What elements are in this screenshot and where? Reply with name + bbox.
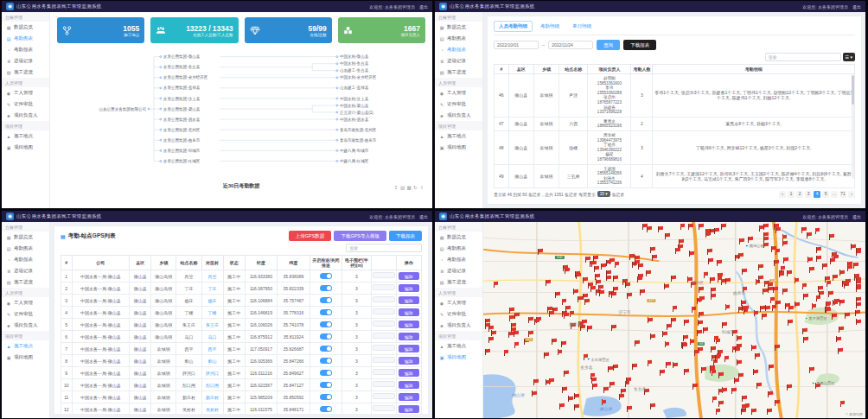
red-flag-icon[interactable]: [690, 339, 695, 345]
red-flag-icon[interactable]: [833, 300, 838, 306]
sidebar-item[interactable]: ◔考勤报表: [2, 254, 49, 265]
red-flag-icon[interactable]: [802, 283, 807, 289]
red-flag-icon[interactable]: [737, 335, 742, 341]
date-to-input[interactable]: 2022/11/24: [548, 41, 593, 49]
red-flag-icon[interactable]: [809, 367, 814, 373]
red-flag-icon[interactable]: [731, 388, 737, 394]
red-flag-icon[interactable]: [802, 328, 807, 334]
red-flag-icon[interactable]: [759, 225, 764, 232]
red-flag-icon[interactable]: [635, 340, 640, 346]
red-flag-icon[interactable]: [627, 406, 632, 412]
red-flag-icon[interactable]: [664, 283, 669, 289]
page-button[interactable]: 5: [822, 191, 829, 198]
red-flag-icon[interactable]: [795, 277, 800, 283]
fence-input[interactable]: [373, 357, 395, 363]
poi-marker[interactable]: 孟子湖景区: [804, 316, 827, 321]
red-flag-icon[interactable]: [839, 300, 845, 306]
red-flag-icon[interactable]: [847, 265, 852, 271]
red-flag-icon[interactable]: [775, 400, 780, 406]
push-toggle[interactable]: [320, 358, 332, 364]
village-link[interactable]: 新庄村: [206, 395, 219, 400]
red-flag-icon[interactable]: [509, 315, 514, 321]
project-map[interactable]: 济宁市兖州区曲阜市邹城市嘉祥县金乡县鱼台县微山湖独山湖孟子湖景区凤凰山景区太白湖…: [483, 222, 865, 418]
sidebar-item[interactable]: ▦数据总览: [2, 22, 49, 33]
red-flag-icon[interactable]: [599, 290, 604, 296]
red-flag-icon[interactable]: [688, 224, 693, 230]
red-flag-icon[interactable]: [611, 325, 616, 331]
red-flag-icon[interactable]: [774, 260, 779, 266]
red-flag-icon[interactable]: [717, 260, 722, 266]
red-flag-icon[interactable]: [673, 362, 678, 368]
sidebar-item[interactable]: ◈项目负责人: [435, 110, 482, 121]
village-link[interactable]: 丁楼: [208, 310, 217, 315]
red-flag-icon[interactable]: [710, 367, 715, 373]
village-link[interactable]: 丁庄: [208, 286, 217, 291]
sidebar-item[interactable]: ◉工人管理: [2, 87, 49, 98]
push-toggle[interactable]: [320, 321, 332, 327]
red-flag-icon[interactable]: [574, 393, 579, 399]
red-flag-icon[interactable]: [565, 306, 571, 312]
fence-input[interactable]: [373, 393, 395, 399]
red-flag-icon[interactable]: [608, 366, 613, 372]
red-flag-icon[interactable]: [825, 307, 830, 313]
red-flag-icon[interactable]: [828, 291, 833, 297]
red-flag-icon[interactable]: [724, 356, 730, 362]
red-flag-icon[interactable]: [578, 296, 583, 302]
red-flag-icon[interactable]: [509, 308, 514, 314]
chart-type-icon[interactable]: ▦: [407, 185, 412, 190]
red-flag-icon[interactable]: [773, 287, 778, 293]
red-flag-icon[interactable]: [544, 352, 549, 359]
red-flag-icon[interactable]: [613, 287, 618, 293]
red-flag-icon[interactable]: [807, 257, 813, 263]
red-flag-icon[interactable]: [662, 331, 667, 337]
red-flag-icon[interactable]: [714, 336, 719, 342]
red-flag-icon[interactable]: [763, 242, 769, 248]
red-flag-icon[interactable]: [829, 234, 834, 240]
red-flag-icon[interactable]: [787, 270, 792, 276]
red-flag-icon[interactable]: [742, 396, 747, 402]
red-flag-icon[interactable]: [763, 232, 769, 238]
push-toggle[interactable]: [320, 285, 332, 291]
red-flag-icon[interactable]: [583, 277, 588, 283]
page-button[interactable]: …: [831, 191, 838, 198]
red-flag-icon[interactable]: [782, 289, 788, 295]
edit-button[interactable]: 编辑: [399, 272, 419, 280]
red-flag-icon[interactable]: [738, 373, 744, 379]
tab-3[interactable]: 单日明细: [567, 21, 597, 32]
sidebar-item[interactable]: ▤考勤图表: [2, 33, 49, 44]
data-view-icon[interactable]: ▤: [400, 185, 405, 190]
red-flag-icon[interactable]: [772, 305, 777, 311]
sidebar-item[interactable]: ◉工人管理: [2, 297, 49, 308]
red-flag-icon[interactable]: [575, 271, 580, 277]
download-report-button[interactable]: 下载报表: [389, 231, 422, 241]
red-flag-icon[interactable]: [838, 348, 843, 354]
sidebar-item[interactable]: ▣项目地图: [435, 142, 482, 153]
red-flag-icon[interactable]: [718, 401, 724, 407]
red-flag-icon[interactable]: [816, 256, 821, 262]
tab-1[interactable]: 人员考勤明细: [494, 21, 533, 32]
red-flag-icon[interactable]: [755, 353, 760, 359]
sidebar-item[interactable]: ◔考勤报表: [435, 44, 482, 55]
village-link[interactable]: 吕堂: [208, 274, 217, 279]
red-flag-icon[interactable]: [836, 336, 841, 342]
fence-input[interactable]: [373, 369, 395, 375]
red-flag-icon[interactable]: [699, 287, 704, 293]
red-flag-icon[interactable]: [610, 382, 615, 388]
red-flag-icon[interactable]: [684, 369, 689, 375]
logout-link[interactable]: 退出: [852, 214, 861, 219]
red-flag-icon[interactable]: [561, 341, 566, 347]
red-flag-icon[interactable]: [619, 394, 624, 400]
fence-input[interactable]: [373, 296, 395, 302]
red-flag-icon[interactable]: [585, 257, 590, 263]
push-toggle[interactable]: [320, 333, 332, 340]
red-flag-icon[interactable]: [783, 257, 788, 263]
red-flag-icon[interactable]: [615, 262, 620, 268]
edit-button[interactable]: 编辑: [399, 381, 419, 389]
red-flag-icon[interactable]: [546, 379, 551, 385]
red-flag-icon[interactable]: [613, 276, 618, 282]
village-link[interactable]: 西平: [208, 346, 217, 352]
red-flag-icon[interactable]: [839, 270, 845, 276]
red-flag-icon[interactable]: [803, 337, 808, 343]
red-flag-icon[interactable]: [742, 305, 747, 311]
red-flag-icon[interactable]: [648, 360, 653, 366]
